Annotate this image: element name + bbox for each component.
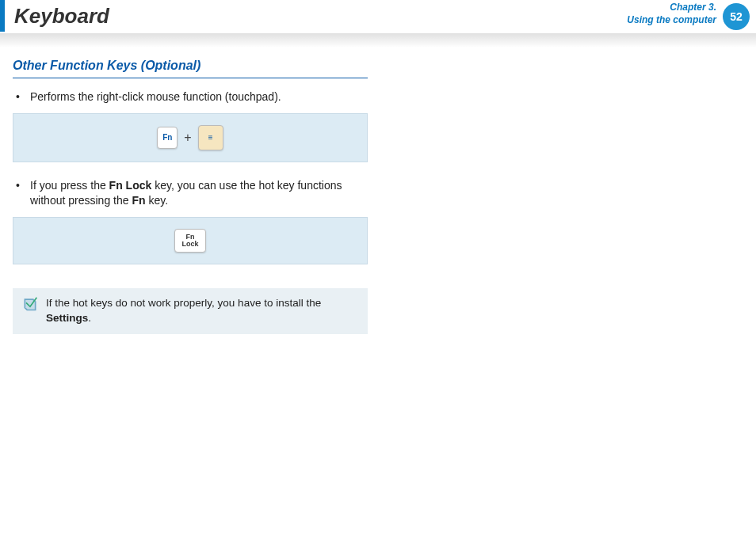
key-combo-box-1: Fn + ≡ [13,113,368,162]
bullet-list: If you press the Fn Lock key, you can us… [13,178,368,209]
list-item: If you press the Fn Lock key, you can us… [13,178,368,209]
note-pre: If the hot keys do not work properly, yo… [46,297,321,309]
section-heading: Other Function Keys (Optional) [13,59,368,78]
header-bar: Keyboard Chapter 3. Using the computer 5… [0,0,756,32]
chapter-line1: Chapter 3. [627,2,716,14]
chapter-label: Chapter 3. Using the computer [627,2,716,26]
content-column: Other Function Keys (Optional) Performs … [0,48,380,345]
bullet2-post: key. [146,194,169,207]
menu-glyph-icon: ≡ [208,134,213,142]
bullet2-b1: Fn Lock [109,179,152,192]
note-icon [22,296,38,312]
fnlock-line2: Lock [181,241,198,248]
bullet2-pre: If you press the [30,179,109,192]
page-number-badge: 52 [723,3,750,30]
plus-icon: + [184,131,191,145]
chapter-line2: Using the computer [627,14,716,27]
bullet-list: Performs the right-click mouse function … [13,89,368,105]
bullet2-b2: Fn [132,194,145,207]
note-box: If the hot keys do not work properly, yo… [13,288,368,334]
note-bold: Settings [46,312,88,324]
bullet1-text: Performs the right-click mouse function … [30,90,281,103]
key-combo-box-2: Fn Lock [13,217,368,264]
header-shadow [0,33,756,48]
fn-key-icon: Fn [157,127,178,149]
list-item: Performs the right-click mouse function … [13,89,368,105]
page-title: Keyboard [14,4,109,29]
note-text: If the hot keys do not work properly, yo… [46,296,358,326]
fnlock-key-icon: Fn Lock [174,229,206,253]
menu-key-icon: ≡ [198,125,223,150]
note-post: . [88,312,91,324]
